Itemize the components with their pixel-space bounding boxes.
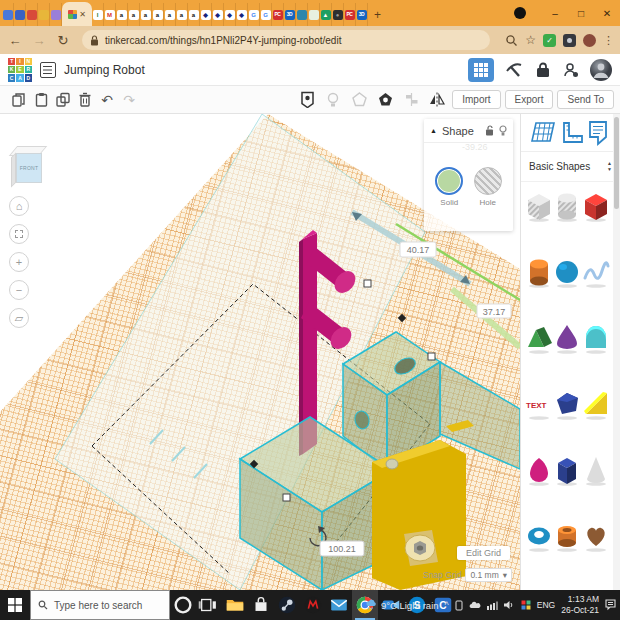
volume-icon[interactable] <box>504 600 515 610</box>
view-cube-front[interactable]: FRONT <box>16 153 42 183</box>
browser-tab[interactable]: a <box>188 3 200 26</box>
perspective-toggle-button[interactable]: ▱ <box>9 308 29 328</box>
input-indicator-icon[interactable] <box>521 600 531 610</box>
pinned-tab[interactable] <box>38 3 50 26</box>
browser-tab[interactable]: PC <box>344 3 356 26</box>
browser-tab[interactable]: G <box>248 3 260 26</box>
browser-tab[interactable]: ◆ <box>236 3 248 26</box>
snap-grid-select[interactable]: 0.1 mm▾ <box>465 568 512 582</box>
minimize-button[interactable]: – <box>542 0 568 26</box>
shape-hex-prism[interactable] <box>553 454 581 486</box>
shop-bag-icon[interactable] <box>534 61 552 79</box>
taskbar-clock[interactable]: 1:13 AM 26-Oct-21 <box>561 594 599 615</box>
send-to-button[interactable]: Send To <box>557 90 614 109</box>
shape-round-roof[interactable] <box>582 322 610 354</box>
visibility-bulb-icon[interactable] <box>499 125 507 137</box>
taskbar-app-explorer[interactable] <box>222 590 248 620</box>
delete-icon[interactable] <box>74 90 96 110</box>
zoom-page-icon[interactable] <box>505 34 518 47</box>
scrollbar-thumb[interactable] <box>614 117 619 209</box>
export-button[interactable]: Export <box>505 90 554 109</box>
url-omnibox[interactable]: tinkercad.com/things/hn1PNli2P4Y-jumping… <box>82 30 490 50</box>
maximize-button[interactable]: □ <box>568 0 594 26</box>
taskbar-app-mail[interactable] <box>326 590 352 620</box>
browser-tab[interactable]: a <box>164 3 176 26</box>
fit-view-button[interactable] <box>9 224 29 244</box>
weather-widget[interactable]: 9°C Light rain <box>365 599 439 611</box>
browser-tab[interactable]: PC <box>272 3 284 26</box>
taskbar-app-task-view[interactable] <box>196 590 222 620</box>
notification-center-icon[interactable] <box>605 599 618 611</box>
browser-avatar[interactable] <box>583 34 596 47</box>
solid-option[interactable]: Solid <box>435 167 463 207</box>
shape-cylinder-hole[interactable] <box>553 190 581 222</box>
forward-icon[interactable]: → <box>30 33 48 48</box>
show-all-icon[interactable] <box>296 90 318 110</box>
browser-tab[interactable]: a <box>128 3 140 26</box>
collapse-icon[interactable]: ▲ <box>430 127 437 134</box>
browser-tab[interactable]: ▲ <box>320 3 332 26</box>
browser-tab[interactable]: a <box>152 3 164 26</box>
onedrive-icon[interactable] <box>469 601 481 609</box>
extension-checker-icon[interactable]: ✓ <box>543 34 556 47</box>
align-icon[interactable] <box>400 90 422 110</box>
shape-roof[interactable] <box>525 322 553 354</box>
3d-viewport[interactable]: 40.17 37.17 100.21 -39.26 FRONT ⌂ + − ▱ … <box>0 114 520 590</box>
copy-icon[interactable] <box>8 90 30 110</box>
shape-cylinder[interactable] <box>525 256 553 288</box>
ruler-tool-icon[interactable] <box>561 121 583 145</box>
new-tab-button[interactable]: + <box>374 8 381 22</box>
group-icon[interactable] <box>348 90 370 110</box>
browser-tab[interactable] <box>296 3 308 26</box>
shape-polygon[interactable] <box>553 388 581 420</box>
shape-box[interactable] <box>582 190 610 222</box>
shape-heart[interactable] <box>582 520 610 552</box>
shape-wedge[interactable] <box>582 388 610 420</box>
language-indicator[interactable]: ENG <box>537 600 555 610</box>
browser-tab[interactable]: 3D <box>284 3 296 26</box>
browser-profile-icon[interactable] <box>514 7 526 19</box>
home-view-button[interactable]: ⌂ <box>9 196 29 216</box>
mirror-icon[interactable] <box>426 90 448 110</box>
browser-tab[interactable]: ● <box>332 3 344 26</box>
shape-torus[interactable] <box>525 520 553 552</box>
taskbar-app-msi[interactable] <box>300 590 326 620</box>
lights-icon[interactable] <box>322 90 344 110</box>
extension-adblock-icon[interactable] <box>563 34 576 47</box>
browser-tab[interactable]: ◆ <box>224 3 236 26</box>
user-avatar[interactable] <box>590 59 612 81</box>
pinned-tab[interactable] <box>14 3 26 26</box>
shape-cone[interactable] <box>582 454 610 486</box>
paste-icon[interactable] <box>30 90 52 110</box>
active-tab-tinkercad[interactable]: ✕ <box>62 2 92 26</box>
browser-tab[interactable]: I <box>92 3 104 26</box>
shape-text[interactable]: TEXT <box>525 388 553 420</box>
pinned-tab[interactable] <box>26 3 38 26</box>
hole-option[interactable]: Hole <box>474 167 502 207</box>
shape-scribble[interactable] <box>582 256 610 288</box>
browser-tab[interactable]: 3D <box>356 3 368 26</box>
phone-link-icon[interactable] <box>455 600 463 611</box>
shape-box-hole[interactable] <box>525 190 553 222</box>
category-spinner-icon[interactable]: ▲▼ <box>607 161 612 172</box>
taskbar-app-store[interactable] <box>248 590 274 620</box>
network-icon[interactable] <box>487 601 498 610</box>
taskbar-app-opera[interactable] <box>170 590 196 620</box>
browser-menu-icon[interactable]: ⋮ <box>603 34 614 47</box>
redo-icon[interactable]: ↷ <box>118 90 140 110</box>
tinkercad-logo[interactable]: TINKERCAD <box>8 58 32 82</box>
browser-tab[interactable]: ◆ <box>200 3 212 26</box>
tray-expand-icon[interactable]: ^ <box>445 600 449 610</box>
notes-tool-icon[interactable] <box>588 120 608 146</box>
workplane-tool-icon[interactable] <box>530 121 556 145</box>
pinned-tab[interactable] <box>2 3 14 26</box>
close-button[interactable]: ✕ <box>594 0 620 26</box>
undo-icon[interactable]: ↶ <box>96 90 118 110</box>
tab-close-icon[interactable]: ✕ <box>79 10 86 19</box>
browser-tab[interactable]: a <box>140 3 152 26</box>
duplicate-icon[interactable] <box>52 90 74 110</box>
reload-icon[interactable]: ↻ <box>54 33 72 48</box>
shape-tube[interactable] <box>553 520 581 552</box>
shape-paraboloid[interactable] <box>553 322 581 354</box>
tinker-tools-icon[interactable] <box>504 60 524 80</box>
